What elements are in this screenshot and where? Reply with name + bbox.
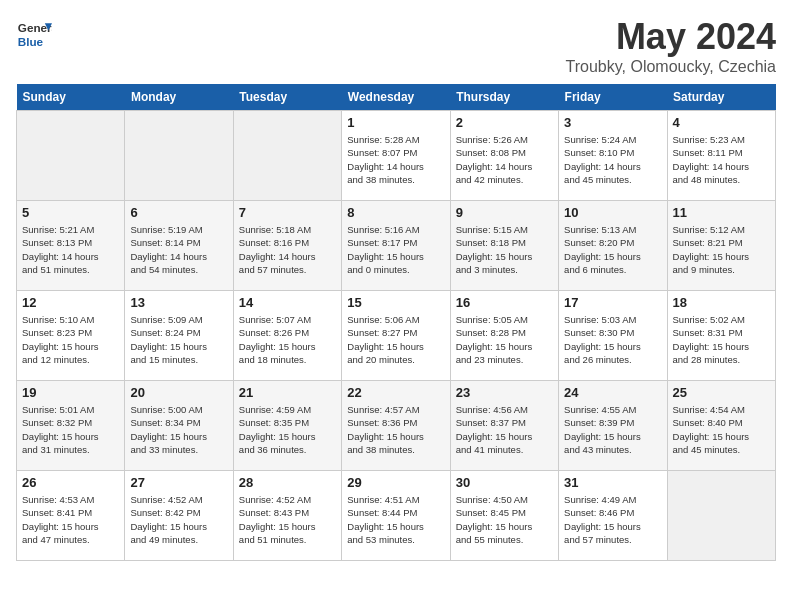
calendar-cell: 4Sunrise: 5:23 AM Sunset: 8:11 PM Daylig…	[667, 111, 775, 201]
cell-info: Sunrise: 5:21 AM Sunset: 8:13 PM Dayligh…	[22, 223, 119, 276]
day-header-saturday: Saturday	[667, 84, 775, 111]
calendar-cell: 5Sunrise: 5:21 AM Sunset: 8:13 PM Daylig…	[17, 201, 125, 291]
cell-info: Sunrise: 5:23 AM Sunset: 8:11 PM Dayligh…	[673, 133, 770, 186]
calendar-cell: 3Sunrise: 5:24 AM Sunset: 8:10 PM Daylig…	[559, 111, 667, 201]
calendar-cell: 24Sunrise: 4:55 AM Sunset: 8:39 PM Dayli…	[559, 381, 667, 471]
title-area: May 2024 Troubky, Olomoucky, Czechia	[566, 16, 776, 76]
cell-info: Sunrise: 5:12 AM Sunset: 8:21 PM Dayligh…	[673, 223, 770, 276]
calendar-cell: 2Sunrise: 5:26 AM Sunset: 8:08 PM Daylig…	[450, 111, 558, 201]
cell-info: Sunrise: 5:24 AM Sunset: 8:10 PM Dayligh…	[564, 133, 661, 186]
calendar-cell: 31Sunrise: 4:49 AM Sunset: 8:46 PM Dayli…	[559, 471, 667, 561]
cell-info: Sunrise: 5:19 AM Sunset: 8:14 PM Dayligh…	[130, 223, 227, 276]
cell-info: Sunrise: 5:28 AM Sunset: 8:07 PM Dayligh…	[347, 133, 444, 186]
day-number: 26	[22, 475, 119, 490]
day-number: 20	[130, 385, 227, 400]
cell-info: Sunrise: 4:53 AM Sunset: 8:41 PM Dayligh…	[22, 493, 119, 546]
calendar-cell: 16Sunrise: 5:05 AM Sunset: 8:28 PM Dayli…	[450, 291, 558, 381]
day-number: 29	[347, 475, 444, 490]
calendar-cell: 20Sunrise: 5:00 AM Sunset: 8:34 PM Dayli…	[125, 381, 233, 471]
week-row-2: 5Sunrise: 5:21 AM Sunset: 8:13 PM Daylig…	[17, 201, 776, 291]
calendar-cell	[17, 111, 125, 201]
day-number: 15	[347, 295, 444, 310]
day-number: 22	[347, 385, 444, 400]
cell-info: Sunrise: 5:13 AM Sunset: 8:20 PM Dayligh…	[564, 223, 661, 276]
day-number: 23	[456, 385, 553, 400]
day-number: 13	[130, 295, 227, 310]
svg-text:General: General	[18, 21, 52, 34]
week-row-5: 26Sunrise: 4:53 AM Sunset: 8:41 PM Dayli…	[17, 471, 776, 561]
calendar-cell: 10Sunrise: 5:13 AM Sunset: 8:20 PM Dayli…	[559, 201, 667, 291]
day-number: 11	[673, 205, 770, 220]
calendar-cell: 8Sunrise: 5:16 AM Sunset: 8:17 PM Daylig…	[342, 201, 450, 291]
cell-info: Sunrise: 5:16 AM Sunset: 8:17 PM Dayligh…	[347, 223, 444, 276]
day-number: 5	[22, 205, 119, 220]
day-number: 25	[673, 385, 770, 400]
calendar-cell: 18Sunrise: 5:02 AM Sunset: 8:31 PM Dayli…	[667, 291, 775, 381]
cell-info: Sunrise: 5:15 AM Sunset: 8:18 PM Dayligh…	[456, 223, 553, 276]
day-header-tuesday: Tuesday	[233, 84, 341, 111]
cell-info: Sunrise: 5:00 AM Sunset: 8:34 PM Dayligh…	[130, 403, 227, 456]
day-header-wednesday: Wednesday	[342, 84, 450, 111]
cell-info: Sunrise: 4:50 AM Sunset: 8:45 PM Dayligh…	[456, 493, 553, 546]
day-number: 9	[456, 205, 553, 220]
calendar-cell: 26Sunrise: 4:53 AM Sunset: 8:41 PM Dayli…	[17, 471, 125, 561]
calendar-cell: 19Sunrise: 5:01 AM Sunset: 8:32 PM Dayli…	[17, 381, 125, 471]
cell-info: Sunrise: 5:01 AM Sunset: 8:32 PM Dayligh…	[22, 403, 119, 456]
day-number: 24	[564, 385, 661, 400]
day-header-sunday: Sunday	[17, 84, 125, 111]
day-header-friday: Friday	[559, 84, 667, 111]
day-header-monday: Monday	[125, 84, 233, 111]
calendar-cell: 12Sunrise: 5:10 AM Sunset: 8:23 PM Dayli…	[17, 291, 125, 381]
day-number: 31	[564, 475, 661, 490]
cell-info: Sunrise: 4:49 AM Sunset: 8:46 PM Dayligh…	[564, 493, 661, 546]
calendar-cell: 29Sunrise: 4:51 AM Sunset: 8:44 PM Dayli…	[342, 471, 450, 561]
cell-info: Sunrise: 5:10 AM Sunset: 8:23 PM Dayligh…	[22, 313, 119, 366]
day-number: 6	[130, 205, 227, 220]
calendar-cell: 6Sunrise: 5:19 AM Sunset: 8:14 PM Daylig…	[125, 201, 233, 291]
day-number: 10	[564, 205, 661, 220]
day-number: 4	[673, 115, 770, 130]
cell-info: Sunrise: 4:51 AM Sunset: 8:44 PM Dayligh…	[347, 493, 444, 546]
week-row-3: 12Sunrise: 5:10 AM Sunset: 8:23 PM Dayli…	[17, 291, 776, 381]
day-header-thursday: Thursday	[450, 84, 558, 111]
day-number: 8	[347, 205, 444, 220]
day-number: 17	[564, 295, 661, 310]
calendar-cell: 13Sunrise: 5:09 AM Sunset: 8:24 PM Dayli…	[125, 291, 233, 381]
cell-info: Sunrise: 5:07 AM Sunset: 8:26 PM Dayligh…	[239, 313, 336, 366]
cell-info: Sunrise: 4:57 AM Sunset: 8:36 PM Dayligh…	[347, 403, 444, 456]
day-number: 2	[456, 115, 553, 130]
day-number: 19	[22, 385, 119, 400]
location-title: Troubky, Olomoucky, Czechia	[566, 58, 776, 76]
page-header: General Blue May 2024 Troubky, Olomoucky…	[16, 16, 776, 76]
calendar-cell: 14Sunrise: 5:07 AM Sunset: 8:26 PM Dayli…	[233, 291, 341, 381]
week-row-4: 19Sunrise: 5:01 AM Sunset: 8:32 PM Dayli…	[17, 381, 776, 471]
cell-info: Sunrise: 5:06 AM Sunset: 8:27 PM Dayligh…	[347, 313, 444, 366]
calendar-cell: 7Sunrise: 5:18 AM Sunset: 8:16 PM Daylig…	[233, 201, 341, 291]
month-title: May 2024	[566, 16, 776, 58]
day-number: 7	[239, 205, 336, 220]
calendar-cell: 21Sunrise: 4:59 AM Sunset: 8:35 PM Dayli…	[233, 381, 341, 471]
cell-info: Sunrise: 4:55 AM Sunset: 8:39 PM Dayligh…	[564, 403, 661, 456]
calendar-table: SundayMondayTuesdayWednesdayThursdayFrid…	[16, 84, 776, 561]
week-row-1: 1Sunrise: 5:28 AM Sunset: 8:07 PM Daylig…	[17, 111, 776, 201]
calendar-cell: 22Sunrise: 4:57 AM Sunset: 8:36 PM Dayli…	[342, 381, 450, 471]
day-number: 30	[456, 475, 553, 490]
cell-info: Sunrise: 4:56 AM Sunset: 8:37 PM Dayligh…	[456, 403, 553, 456]
day-number: 14	[239, 295, 336, 310]
calendar-cell: 15Sunrise: 5:06 AM Sunset: 8:27 PM Dayli…	[342, 291, 450, 381]
cell-info: Sunrise: 5:02 AM Sunset: 8:31 PM Dayligh…	[673, 313, 770, 366]
calendar-cell: 25Sunrise: 4:54 AM Sunset: 8:40 PM Dayli…	[667, 381, 775, 471]
calendar-cell: 23Sunrise: 4:56 AM Sunset: 8:37 PM Dayli…	[450, 381, 558, 471]
cell-info: Sunrise: 5:05 AM Sunset: 8:28 PM Dayligh…	[456, 313, 553, 366]
calendar-cell: 1Sunrise: 5:28 AM Sunset: 8:07 PM Daylig…	[342, 111, 450, 201]
cell-info: Sunrise: 4:52 AM Sunset: 8:43 PM Dayligh…	[239, 493, 336, 546]
cell-info: Sunrise: 4:54 AM Sunset: 8:40 PM Dayligh…	[673, 403, 770, 456]
cell-info: Sunrise: 5:26 AM Sunset: 8:08 PM Dayligh…	[456, 133, 553, 186]
calendar-cell: 11Sunrise: 5:12 AM Sunset: 8:21 PM Dayli…	[667, 201, 775, 291]
cell-info: Sunrise: 4:59 AM Sunset: 8:35 PM Dayligh…	[239, 403, 336, 456]
cell-info: Sunrise: 5:03 AM Sunset: 8:30 PM Dayligh…	[564, 313, 661, 366]
day-number: 12	[22, 295, 119, 310]
logo-icon: General Blue	[16, 16, 52, 52]
cell-info: Sunrise: 4:52 AM Sunset: 8:42 PM Dayligh…	[130, 493, 227, 546]
day-number: 27	[130, 475, 227, 490]
